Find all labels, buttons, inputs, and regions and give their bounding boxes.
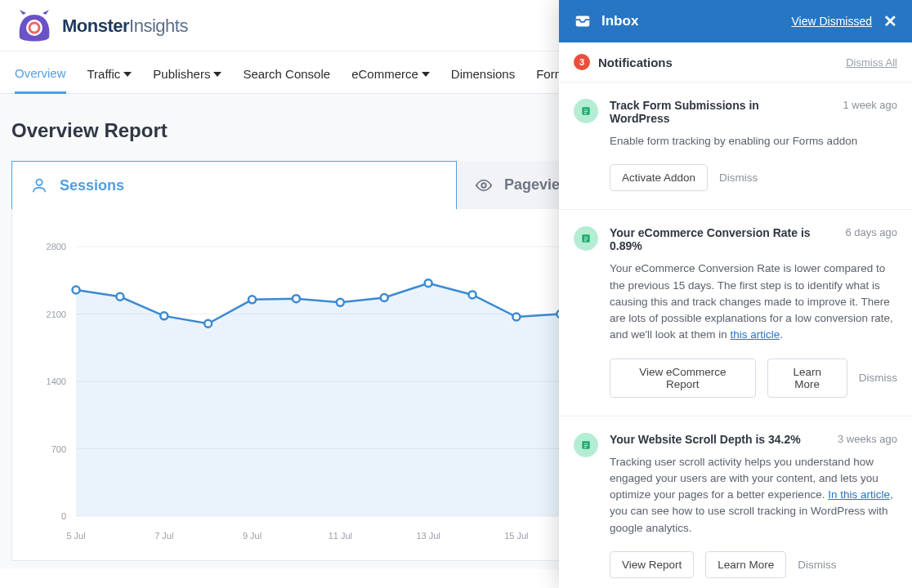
svg-text:0: 0 xyxy=(61,511,66,521)
notification-item: Your Website Scroll Depth is 34.2%3 week… xyxy=(559,416,912,589)
chevron-down-icon xyxy=(422,72,430,77)
dismiss-link[interactable]: Dismiss xyxy=(798,559,836,571)
svg-text:700: 700 xyxy=(51,444,66,454)
inbox-icon xyxy=(574,12,592,30)
nav-tab-traffic[interactable]: Traffic xyxy=(87,51,132,93)
svg-point-21 xyxy=(381,294,388,301)
nav-tab-label: eCommerce xyxy=(351,67,418,81)
notification-count-badge: 3 xyxy=(574,54,590,70)
notification-action-button[interactable]: Learn More xyxy=(767,359,847,398)
notification-item: Your eCommerce Conversion Rate is 0.89%6… xyxy=(559,210,912,416)
inbox-header: Inbox View Dismissed ✕ xyxy=(559,0,912,42)
svg-point-22 xyxy=(425,279,432,287)
nav-tab-label: Overview xyxy=(15,66,66,80)
tab-sessions-label: Sessions xyxy=(60,177,124,194)
svg-point-16 xyxy=(160,312,168,319)
brand-mascot-icon xyxy=(15,8,54,44)
svg-text:2800: 2800 xyxy=(47,242,66,252)
notification-action-button[interactable]: View eCommerce Report xyxy=(610,359,756,398)
svg-text:1400: 1400 xyxy=(47,376,66,386)
inbox-title: Inbox xyxy=(601,13,638,29)
notification-link[interactable]: In this article xyxy=(828,488,890,501)
dismiss-link[interactable]: Dismiss xyxy=(719,172,758,184)
notification-item: Track Form Submissions in WordPress1 wee… xyxy=(559,82,912,210)
notification-action-button[interactable]: Activate Addon xyxy=(610,164,708,191)
nav-tab-ecommerce[interactable]: eCommerce xyxy=(351,51,430,93)
notification-icon xyxy=(574,226,598,251)
svg-point-17 xyxy=(204,320,212,327)
nav-tab-publishers[interactable]: Publishers xyxy=(153,51,221,93)
notification-description: Your eCommerce Conversion Rate is lower … xyxy=(610,261,897,343)
notification-title: Track Form Submissions in WordPress xyxy=(610,99,814,125)
notification-title: Your Website Scroll Depth is 34.2% xyxy=(610,433,801,446)
svg-point-24 xyxy=(512,314,520,321)
chevron-down-icon xyxy=(213,72,221,77)
svg-text:13 Jul: 13 Jul xyxy=(416,531,440,541)
notification-action-button[interactable]: Learn More xyxy=(705,551,786,578)
svg-text:7 Jul: 7 Jul xyxy=(154,531,173,541)
nav-tab-label: Publishers xyxy=(153,67,210,81)
view-dismissed-link[interactable]: View Dismissed xyxy=(791,15,872,28)
notification-icon xyxy=(574,99,598,123)
notification-title: Your eCommerce Conversion Rate is 0.89% xyxy=(610,226,814,252)
svg-point-23 xyxy=(469,291,476,298)
notification-action-button[interactable]: View Report xyxy=(610,551,694,578)
svg-point-15 xyxy=(116,293,123,301)
svg-text:9 Jul: 9 Jul xyxy=(243,531,262,541)
svg-point-18 xyxy=(248,296,256,303)
svg-text:11 Jul: 11 Jul xyxy=(329,531,352,541)
nav-tab-overview[interactable]: Overview xyxy=(15,51,66,94)
brand-name-2: Insights xyxy=(129,16,188,36)
notification-actions: View ReportLearn MoreDismiss xyxy=(610,551,897,578)
eye-icon xyxy=(475,176,493,194)
svg-point-14 xyxy=(73,287,80,294)
notification-link[interactable]: this article xyxy=(730,328,780,341)
notifications-label: Notifications xyxy=(598,56,673,69)
dismiss-all-link[interactable]: Dismiss All xyxy=(846,56,897,69)
nav-tab-label: Traffic xyxy=(87,67,121,81)
nav-tab-search-console[interactable]: Search Console xyxy=(243,51,330,93)
chevron-down-icon xyxy=(123,72,132,77)
notification-icon xyxy=(574,433,598,457)
inbox-panel: Inbox View Dismissed ✕ 3 Notifications D… xyxy=(559,0,912,588)
user-icon xyxy=(30,176,48,194)
close-icon[interactable]: ✕ xyxy=(883,11,897,31)
dismiss-link[interactable]: Dismiss xyxy=(859,372,897,384)
notification-date: 3 weeks ago xyxy=(838,433,897,446)
svg-point-3 xyxy=(481,183,486,188)
notification-actions: View eCommerce ReportLearn MoreDismiss xyxy=(610,359,897,398)
nav-tab-dimensions[interactable]: Dimensions xyxy=(451,51,515,93)
notification-list[interactable]: Track Form Submissions in WordPress1 wee… xyxy=(559,82,912,588)
brand-logo: MonsterInsights xyxy=(15,8,188,44)
inbox-subheader: 3 Notifications Dismiss All xyxy=(559,42,912,82)
notification-date: 6 days ago xyxy=(845,226,897,252)
notification-actions: Activate AddonDismiss xyxy=(610,164,897,191)
svg-point-20 xyxy=(337,299,344,306)
svg-text:5 Jul: 5 Jul xyxy=(66,531,85,541)
nav-tab-label: Search Console xyxy=(243,67,330,81)
nav-tab-label: Dimensions xyxy=(451,67,515,81)
svg-point-19 xyxy=(293,295,300,302)
svg-text:15 Jul: 15 Jul xyxy=(504,531,528,541)
svg-text:2100: 2100 xyxy=(47,310,66,319)
page-title: Overview Report xyxy=(11,119,168,142)
notification-description: Enable form tracking by enabling our For… xyxy=(610,133,897,149)
notification-date: 1 week ago xyxy=(843,99,898,125)
tab-sessions[interactable]: Sessions xyxy=(11,161,457,209)
notification-description: Tracking user scroll activity helps you … xyxy=(610,454,897,537)
brand-name-1: Monster xyxy=(62,16,129,36)
svg-point-2 xyxy=(36,180,42,185)
